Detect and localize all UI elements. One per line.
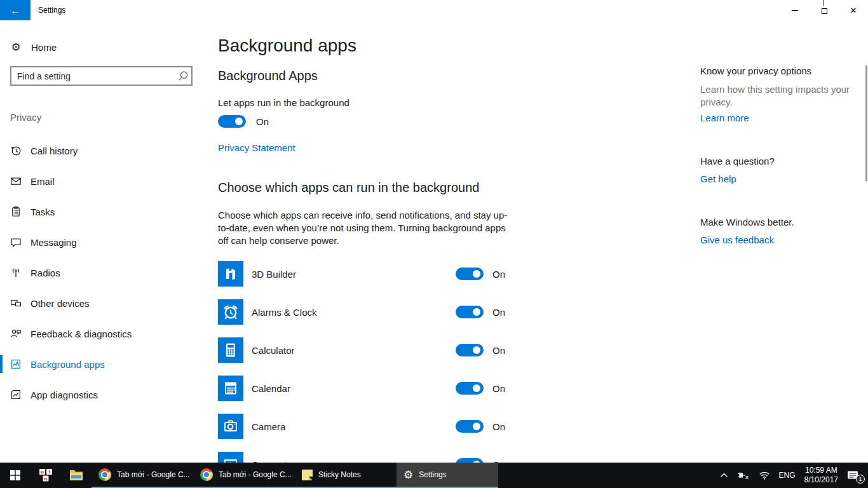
call-history-icon bbox=[10, 145, 22, 156]
wifi-icon bbox=[759, 471, 770, 480]
background-apps-heading: Background Apps bbox=[218, 69, 318, 83]
tray-date: 8/10/2017 bbox=[804, 475, 838, 485]
close-button[interactable]: ✕ bbox=[839, 0, 868, 20]
calendar-toggle-state: On bbox=[492, 383, 509, 394]
sidebar-item-call-history[interactable]: Call history bbox=[0, 135, 218, 166]
taskbar-settings[interactable]: ⚙ Settings bbox=[397, 463, 498, 488]
calendar-icon bbox=[218, 376, 243, 401]
sidebar-item-feedback-diagnostics[interactable]: Feedback & diagnostics bbox=[0, 318, 218, 349]
sidebar-item-background-apps[interactable]: Background apps bbox=[0, 349, 218, 379]
unikey-button[interactable]: uin bbox=[31, 463, 61, 488]
unikey-keyboard-icon: uin bbox=[38, 468, 53, 483]
toggle-knob bbox=[235, 118, 243, 125]
let-apps-run-toggle[interactable] bbox=[218, 115, 246, 128]
titlebar: ← Settings ✕ bbox=[0, 0, 868, 20]
restore-button[interactable] bbox=[810, 0, 839, 20]
tray-power-status[interactable] bbox=[733, 463, 754, 488]
scrollbar[interactable] bbox=[865, 65, 867, 181]
file-explorer-button[interactable] bbox=[61, 463, 92, 488]
have-a-question-title: Have a question? bbox=[700, 156, 775, 166]
sidebar-item-home[interactable]: ⚙ Home bbox=[0, 36, 218, 58]
notification-badge: 1 bbox=[856, 475, 865, 484]
gear-icon: ⚙ bbox=[10, 41, 22, 54]
calculator-icon bbox=[218, 337, 243, 363]
other-devices-icon bbox=[10, 297, 22, 309]
start-button[interactable] bbox=[0, 463, 31, 488]
back-button[interactable]: ← bbox=[0, 0, 31, 20]
back-arrow-icon: ← bbox=[11, 5, 20, 16]
sticky-notes-icon bbox=[302, 470, 313, 480]
tray-clock[interactable]: 10:59 AM 8/10/2017 bbox=[800, 463, 843, 488]
camera-toggle[interactable] bbox=[456, 420, 484, 433]
background-apps-icon bbox=[10, 358, 22, 370]
calculator-toggle-state: On bbox=[492, 345, 509, 356]
sidebar-item-email[interactable]: Email bbox=[0, 166, 218, 196]
chrome-icon bbox=[98, 468, 111, 481]
privacy-options-description: Learn how this setting impacts your priv… bbox=[700, 83, 851, 109]
camera-toggle-state: On bbox=[492, 421, 509, 432]
action-center-button[interactable]: 1 bbox=[843, 463, 864, 488]
restore-icon bbox=[822, 8, 827, 14]
svg-text:i: i bbox=[48, 469, 50, 475]
close-icon: ✕ bbox=[850, 6, 857, 15]
give-us-feedback-link[interactable]: Give us feedback bbox=[700, 234, 774, 245]
sidebar-home-label: Home bbox=[31, 42, 57, 53]
taskbar-chrome-window-2[interactable]: Tab mới - Google C... bbox=[193, 463, 295, 488]
background-apps-list: 3D Builder On Alarms & Clock On Calculat… bbox=[218, 255, 509, 484]
learn-more-link[interactable]: Learn more bbox=[700, 112, 749, 123]
taskbar-chrome-window-1[interactable]: Tab mới - Google C... bbox=[92, 463, 193, 488]
3d-builder-toggle-state: On bbox=[492, 269, 509, 280]
tray-time: 10:59 AM bbox=[805, 466, 837, 475]
app-row-calendar: Calendar On bbox=[218, 369, 509, 407]
sidebar-item-other-devices[interactable]: Other devices bbox=[0, 288, 218, 318]
sidebar-nav: Call history Email Tasks Messaging Radio… bbox=[0, 135, 218, 410]
camera-icon bbox=[218, 414, 243, 439]
tray-show-hidden-icons[interactable] bbox=[715, 463, 733, 488]
messaging-icon bbox=[10, 236, 22, 248]
alarms-clock-icon bbox=[218, 299, 243, 325]
file-explorer-icon bbox=[69, 470, 83, 481]
minimize-button[interactable] bbox=[780, 0, 810, 20]
choose-apps-heading: Choose which apps can run in the backgro… bbox=[218, 180, 479, 195]
sidebar-item-tasks[interactable]: Tasks bbox=[0, 196, 218, 227]
search-icon bbox=[175, 71, 191, 81]
window-title: Settings bbox=[38, 0, 65, 20]
get-help-link[interactable]: Get help bbox=[700, 173, 736, 184]
taskbar: uin Tab mới - Google C... Tab mới - Goog… bbox=[0, 463, 868, 488]
calculator-toggle[interactable] bbox=[456, 344, 484, 356]
feedback-icon bbox=[10, 328, 22, 339]
choose-apps-description: Choose which apps can receive info, send… bbox=[218, 209, 509, 247]
sidebar-section-privacy: Privacy bbox=[10, 112, 41, 123]
sidebar-item-radios[interactable]: Radios bbox=[0, 257, 218, 288]
system-tray: ENG 10:59 AM 8/10/2017 1 bbox=[715, 463, 868, 488]
tray-language-indicator[interactable]: ENG bbox=[775, 463, 800, 488]
alarms-clock-toggle[interactable] bbox=[456, 306, 484, 318]
svg-text:n: n bbox=[44, 476, 48, 482]
chrome-icon bbox=[200, 468, 213, 481]
3d-builder-icon bbox=[218, 261, 243, 287]
privacy-statement-link[interactable]: Privacy Statement bbox=[218, 142, 295, 153]
email-icon bbox=[10, 175, 22, 187]
radios-icon bbox=[10, 267, 22, 278]
3d-builder-toggle[interactable] bbox=[456, 268, 484, 280]
settings-gear-icon: ⚙ bbox=[403, 470, 413, 480]
let-apps-run-toggle-state: On bbox=[256, 116, 269, 127]
sidebar-item-messaging[interactable]: Messaging bbox=[0, 227, 218, 257]
taskbar-sticky-notes[interactable]: Sticky Notes bbox=[295, 463, 397, 488]
app-row-alarms-clock: Alarms & Clock On bbox=[218, 293, 509, 331]
privacy-options-title: Know your privacy options bbox=[700, 65, 811, 76]
app-diagnostics-icon bbox=[10, 389, 22, 400]
search-input[interactable] bbox=[11, 71, 175, 81]
app-row-3d-builder: 3D Builder On bbox=[218, 255, 509, 293]
search-box[interactable] bbox=[10, 66, 193, 86]
settings-sidebar: ⚙ Home Privacy Call history Email Tasks … bbox=[0, 20, 218, 463]
tray-wifi[interactable] bbox=[754, 463, 775, 488]
alarms-clock-toggle-state: On bbox=[492, 307, 509, 318]
sidebar-item-app-diagnostics[interactable]: App diagnostics bbox=[0, 379, 218, 410]
app-row-calculator: Calculator On bbox=[218, 331, 509, 369]
svg-text:u: u bbox=[41, 469, 44, 475]
calendar-toggle[interactable] bbox=[456, 382, 484, 395]
chevron-up-icon bbox=[720, 472, 728, 478]
let-apps-run-label: Let apps run in the background bbox=[218, 97, 349, 108]
tasks-icon bbox=[10, 206, 22, 217]
